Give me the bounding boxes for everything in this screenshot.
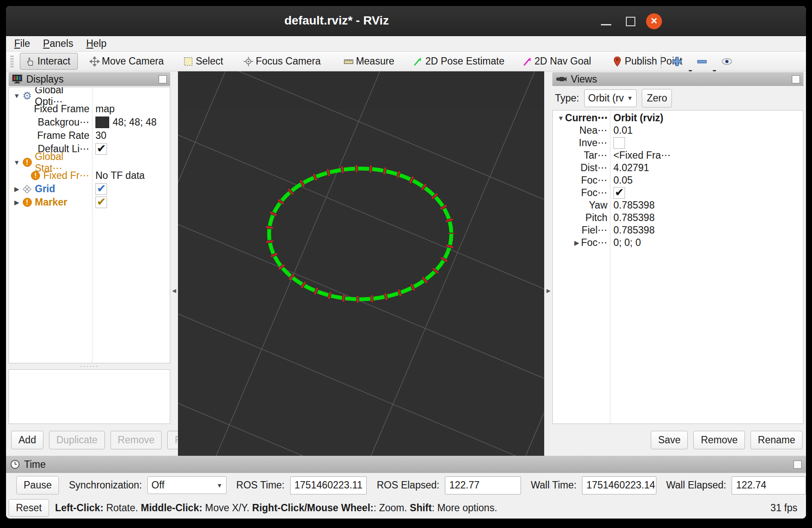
view-row-yaw[interactable]: Yaw 0.785398 bbox=[553, 199, 803, 212]
chevron-down-icon: ▼ bbox=[627, 95, 633, 101]
checkbox[interactable] bbox=[95, 143, 107, 155]
visibility-eye-icon[interactable] bbox=[720, 55, 733, 68]
wall-time-label: Wall Time: bbox=[531, 479, 577, 491]
checkbox[interactable] bbox=[95, 183, 107, 195]
viewport-3d[interactable] bbox=[178, 71, 544, 456]
row-label: Tar⋯ bbox=[584, 150, 607, 161]
expander-open-icon[interactable]: ▼ bbox=[557, 114, 565, 122]
checkbox[interactable] bbox=[613, 187, 625, 199]
pause-button[interactable]: Pause bbox=[16, 476, 59, 494]
remove-button[interactable]: Remove bbox=[110, 431, 162, 449]
remove-tool-minus-icon[interactable] bbox=[696, 55, 708, 68]
toolbar-drag-handle[interactable] bbox=[10, 55, 14, 68]
expander-closed-icon[interactable]: ▶ bbox=[12, 199, 21, 206]
view-row-field-of-view[interactable]: Fiel⋯ 0.785398 bbox=[553, 224, 803, 236]
color-swatch[interactable] bbox=[95, 117, 109, 128]
display-row-global-options[interactable]: ▼ ⚙ Global Opti⋯ bbox=[9, 89, 170, 102]
display-row-fixed-frame[interactable]: Fixed Frame map bbox=[9, 102, 170, 116]
panel-float-button[interactable] bbox=[159, 75, 167, 83]
tool-label: 2D Nav Goal bbox=[535, 55, 591, 67]
view-row-near-clip[interactable]: Nea⋯ 0.01 bbox=[553, 124, 803, 137]
display-row-marker[interactable]: ▶ Marker bbox=[9, 196, 170, 209]
display-row-background-color[interactable]: Backgrou⋯ 48; 48; 48 bbox=[9, 116, 170, 129]
expander-closed-icon[interactable]: ▶ bbox=[573, 239, 581, 247]
time-panel-header[interactable]: Time bbox=[6, 456, 806, 473]
zero-button[interactable]: Zero bbox=[642, 89, 672, 107]
displays-panel-header[interactable]: Displays bbox=[9, 72, 170, 86]
row-label: Pitch bbox=[585, 212, 607, 224]
sync-select[interactable]: Off ▼ bbox=[147, 476, 226, 494]
displays-tree: ▼ ⚙ Global Opti⋯ Fixed Frame map Backgro… bbox=[9, 87, 170, 363]
panel-float-button[interactable] bbox=[794, 460, 802, 469]
tool-measure[interactable]: Measure bbox=[343, 55, 394, 67]
row-label: Foc⋯ bbox=[581, 237, 607, 249]
add-tool-plus-icon[interactable] bbox=[671, 55, 683, 68]
expander-open-icon[interactable]: ▼ bbox=[12, 92, 21, 99]
display-row-global-status[interactable]: ▼ Global Stat⋯ bbox=[9, 156, 170, 169]
maximize-icon[interactable] bbox=[626, 17, 635, 26]
row-value[interactable]: 0; 0; 0 bbox=[613, 237, 641, 249]
remove-view-button[interactable]: Remove bbox=[693, 431, 745, 449]
tool-move-camera[interactable]: Move Camera bbox=[89, 55, 164, 67]
row-value[interactable]: 4.02791 bbox=[613, 162, 649, 174]
checkbox[interactable] bbox=[613, 137, 625, 149]
view-type-select[interactable]: Orbit (rviz) ▼ bbox=[584, 89, 637, 107]
expander-open-icon[interactable]: ▼ bbox=[12, 159, 21, 166]
display-row-grid[interactable]: ▶ Grid bbox=[9, 182, 170, 196]
views-panel-header[interactable]: Views bbox=[552, 72, 803, 86]
tool-focus-camera[interactable]: Focus Camera bbox=[243, 55, 321, 67]
row-value[interactable]: 0.785398 bbox=[613, 200, 655, 211]
view-row-focal-point[interactable]: ▶ Foc⋯ 0; 0; 0 bbox=[553, 236, 803, 249]
tool-select[interactable]: Select bbox=[183, 55, 223, 67]
menu-panels[interactable]: Panels bbox=[43, 38, 73, 49]
row-label: Yaw bbox=[589, 200, 607, 211]
close-icon[interactable]: × bbox=[646, 13, 662, 29]
row-label: Foc⋯ bbox=[581, 175, 607, 186]
view-row-current-view[interactable]: ▼ Curren⋯ Orbit (rviz) bbox=[553, 112, 803, 124]
row-value[interactable]: 0.05 bbox=[613, 175, 633, 186]
panel-float-button[interactable] bbox=[792, 75, 800, 83]
clock-icon bbox=[10, 460, 20, 469]
view-row-invert-z[interactable]: Inve⋯ bbox=[553, 137, 803, 149]
tool-2d-nav-goal[interactable]: 2D Nav Goal bbox=[522, 55, 591, 67]
views-type-row: Type: Orbit (rviz) ▼ Zero bbox=[552, 88, 803, 108]
expander-closed-icon[interactable]: ▶ bbox=[12, 185, 21, 193]
tool-label: Interact bbox=[37, 55, 70, 67]
view-row-target-frame[interactable]: Tar⋯ <Fixed Fra⋯ bbox=[553, 149, 803, 162]
minimize-icon[interactable] bbox=[601, 24, 611, 25]
view-row-distance[interactable]: Dist⋯ 4.02791 bbox=[553, 162, 803, 174]
menu-file[interactable]: File bbox=[14, 38, 30, 49]
row-value[interactable]: 0.01 bbox=[613, 125, 633, 136]
save-view-button[interactable]: Save bbox=[651, 431, 688, 449]
row-value[interactable]: 30 bbox=[95, 130, 107, 141]
tool-interact[interactable]: Interact bbox=[20, 53, 78, 70]
measure-ruler-icon bbox=[343, 56, 354, 67]
display-row-default-light[interactable]: Default Li⋯ bbox=[9, 142, 170, 156]
ros-elapsed-field[interactable]: 122.77 bbox=[445, 476, 521, 494]
wall-elapsed-field[interactable]: 122.74 bbox=[732, 476, 806, 494]
row-value[interactable]: 48; 48; 48 bbox=[113, 117, 156, 128]
collapse-left-handle[interactable]: ◂ bbox=[170, 285, 178, 295]
row-value[interactable]: 0.785398 bbox=[613, 212, 655, 224]
add-button[interactable]: Add bbox=[11, 431, 43, 449]
view-row-focal-shape-fixed[interactable]: Foc⋯ bbox=[553, 187, 803, 199]
tool-2d-pose-estimate[interactable]: 2D Pose Estimate bbox=[412, 55, 504, 67]
wall-time-field[interactable]: 1751460223.14 bbox=[582, 476, 656, 494]
reset-button[interactable]: Reset bbox=[9, 499, 49, 517]
checkbox[interactable] bbox=[95, 196, 107, 208]
row-value[interactable]: 0.785398 bbox=[613, 224, 655, 236]
view-row-pitch[interactable]: Pitch 0.785398 bbox=[553, 212, 803, 224]
row-value[interactable]: map bbox=[95, 103, 115, 115]
rename-view-button[interactable]: Rename bbox=[751, 431, 803, 449]
display-row-frame-rate[interactable]: Frame Rate 30 bbox=[9, 129, 170, 142]
view-row-focal-shape-size[interactable]: Foc⋯ 0.05 bbox=[553, 174, 803, 187]
menu-help[interactable]: Help bbox=[86, 38, 106, 49]
row-label: Frame Rate bbox=[37, 130, 89, 141]
duplicate-button[interactable]: Duplicate bbox=[49, 431, 105, 449]
ros-time-field[interactable]: 1751460223.11 bbox=[290, 476, 367, 494]
collapse-right-handle[interactable]: ▸ bbox=[544, 285, 553, 295]
display-row-fixed-frame-status[interactable]: Fixed Fr⋯ No TF data bbox=[9, 169, 170, 182]
panel-splitter[interactable] bbox=[9, 364, 170, 368]
row-value[interactable]: <Fixed Fra⋯ bbox=[613, 150, 671, 161]
row-label: Marker bbox=[35, 196, 67, 208]
